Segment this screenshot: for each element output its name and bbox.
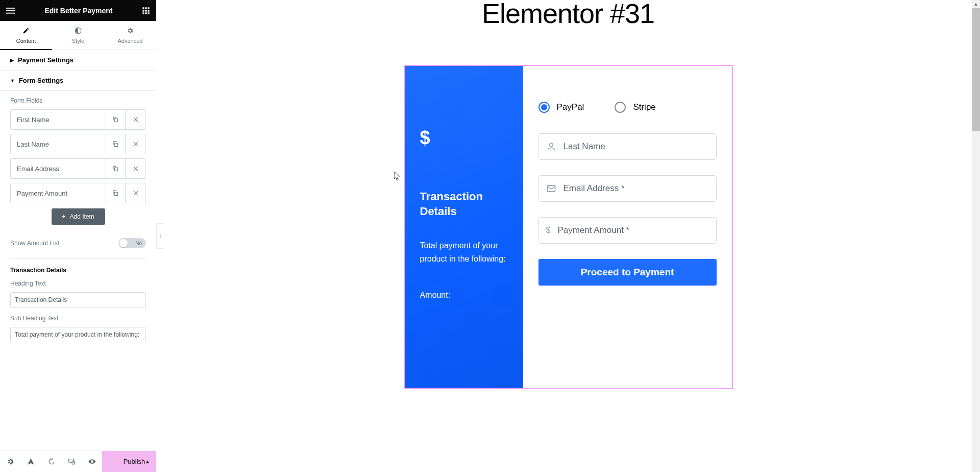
caret-down-icon: ▼: [10, 78, 15, 83]
subheading-text-label: Sub Heading Text: [10, 315, 146, 322]
remove-button[interactable]: [125, 110, 145, 129]
navigator-icon[interactable]: [20, 451, 41, 472]
radio-paypal[interactable]: PayPal: [538, 102, 584, 113]
toggle-value: No: [135, 241, 142, 246]
publish-button[interactable]: Publish ▲: [102, 451, 156, 472]
tab-advanced[interactable]: Advanced: [104, 21, 156, 50]
gear-icon: [127, 27, 134, 36]
section-title: Form Settings: [19, 77, 63, 84]
add-item-button[interactable]: + Add Item: [52, 208, 105, 225]
svg-rect-19: [114, 168, 117, 171]
history-icon[interactable]: [41, 451, 61, 472]
dollar-small-icon: $: [546, 226, 551, 235]
scroll-up-icon[interactable]: ▲: [972, 0, 980, 8]
remove-button[interactable]: [125, 183, 145, 203]
user-icon: [546, 141, 556, 152]
email-field[interactable]: Email Address *: [538, 175, 717, 202]
responsive-icon[interactable]: [61, 451, 82, 472]
svg-rect-10: [145, 12, 146, 14]
field-label[interactable]: Email Address: [11, 159, 105, 178]
panel-body: ▶ Payment Settings ▼ Form Settings Form …: [0, 50, 156, 451]
field-label[interactable]: Payment Amount: [11, 183, 105, 203]
svg-rect-22: [114, 192, 117, 195]
caret-right-icon: ▶: [10, 58, 14, 63]
section-form-settings[interactable]: ▼ Form Settings: [0, 70, 156, 91]
placeholder: Last Name: [564, 141, 605, 152]
heading-text-input[interactable]: [10, 292, 146, 308]
widget-form: PayPal Stripe Last Name Email Address * …: [523, 66, 732, 388]
proceed-label: Proceed to Payment: [581, 267, 674, 278]
svg-rect-7: [145, 10, 146, 11]
collapse-panel-button[interactable]: ‹: [156, 223, 164, 249]
toggle-knob: [119, 239, 128, 247]
amount-field[interactable]: $ Payment Amount *: [538, 217, 717, 244]
copy-button[interactable]: [105, 159, 125, 178]
widget-sidebar: $ Transaction Details Total payment of y…: [405, 66, 523, 388]
copy-button[interactable]: [105, 134, 125, 154]
svg-rect-8: [148, 10, 149, 11]
lastname-field[interactable]: Last Name: [538, 133, 717, 160]
transaction-details-amount: Amount:: [420, 291, 508, 300]
transaction-details-title: Transaction Details: [420, 190, 508, 219]
proceed-button[interactable]: Proceed to Payment: [538, 259, 717, 286]
svg-rect-6: [142, 10, 144, 11]
subheading-text-input[interactable]: [10, 327, 146, 342]
payment-method-radios: PayPal Stripe: [538, 102, 717, 113]
panel-footer: Publish ▲: [0, 451, 156, 472]
form-settings-content: Form Fields First Name Last Name Email A…: [0, 91, 156, 356]
heading-text-group: Heading Text: [10, 280, 146, 308]
radio-unchecked-icon: [615, 102, 626, 113]
field-label[interactable]: First Name: [11, 110, 105, 129]
page-title: Elementor #31: [482, 0, 654, 29]
pencil-icon: [22, 27, 30, 36]
copy-button[interactable]: [105, 110, 125, 129]
subheading-text-group: Sub Heading Text: [10, 315, 146, 342]
menu-icon[interactable]: [6, 6, 15, 15]
scrollbar-thumb[interactable]: [972, 8, 980, 131]
section-title: Payment Settings: [18, 56, 74, 64]
svg-rect-9: [142, 12, 144, 14]
section-payment-settings[interactable]: ▶ Payment Settings: [0, 50, 156, 70]
tab-label: Style: [72, 38, 84, 44]
svg-rect-4: [145, 7, 146, 9]
field-item: First Name: [10, 109, 146, 130]
add-item-label: Add Item: [69, 213, 94, 220]
apps-icon[interactable]: [142, 7, 150, 15]
payment-widget[interactable]: $ Transaction Details Total payment of y…: [404, 65, 733, 389]
panel-header: Edit Better Payment: [0, 0, 156, 21]
svg-rect-1: [6, 10, 15, 11]
field-item: Email Address: [10, 158, 146, 179]
radio-label: PayPal: [557, 102, 584, 112]
remove-button[interactable]: [125, 134, 145, 154]
radio-checked-icon: [538, 102, 550, 113]
settings-icon[interactable]: [0, 451, 20, 472]
remove-button[interactable]: [125, 159, 145, 178]
plus-icon: +: [62, 213, 65, 220]
tab-style[interactable]: Style: [52, 21, 104, 50]
copy-button[interactable]: [105, 183, 125, 203]
tab-label: Content: [16, 38, 36, 44]
tabs: Content Style Advanced: [0, 21, 156, 50]
contrast-icon: [75, 27, 82, 36]
radio-label: Stripe: [633, 102, 655, 112]
scrollbar[interactable]: ▲: [972, 0, 980, 472]
radio-stripe[interactable]: Stripe: [615, 102, 655, 113]
publish-label: Publish: [124, 458, 145, 465]
field-label[interactable]: Last Name: [11, 134, 105, 154]
show-amount-list-toggle[interactable]: No: [118, 238, 146, 248]
toggle-label: Show Amount List: [10, 240, 59, 247]
form-fields-label: Form Fields: [10, 97, 146, 104]
transaction-details-heading: Transaction Details: [10, 267, 146, 274]
svg-point-27: [549, 143, 553, 147]
mail-icon: [546, 183, 556, 194]
svg-rect-2: [6, 12, 15, 13]
preview-area: ‹ Elementor #31 $ Transaction Details To…: [156, 0, 980, 472]
tab-label: Advanced: [118, 38, 143, 44]
heading-text-label: Heading Text: [10, 280, 146, 287]
placeholder: Email Address *: [564, 183, 625, 194]
tab-content[interactable]: Content: [0, 21, 52, 50]
svg-rect-0: [6, 8, 15, 9]
chevron-up-icon: ▲: [145, 459, 150, 464]
panel-title: Edit Better Payment: [44, 7, 112, 15]
preview-icon[interactable]: [82, 451, 102, 472]
